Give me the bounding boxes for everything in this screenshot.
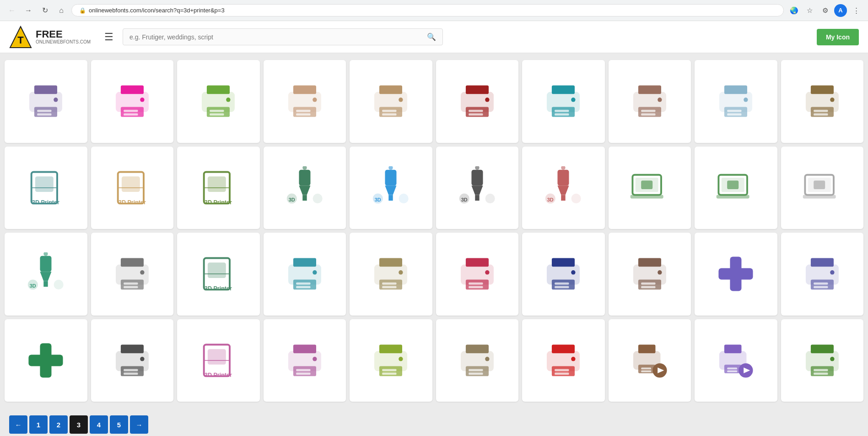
svg-rect-67 (122, 177, 140, 191)
icon-card[interactable] (695, 60, 777, 143)
svg-point-186 (313, 357, 317, 361)
svg-rect-185 (296, 372, 310, 375)
address-bar[interactable]: 🔒 onlinewebfonts.com/icon/search?q=3d+pr… (71, 4, 784, 16)
svg-rect-113 (814, 180, 825, 189)
main-content: 3D Printer 3D Printer 3D Printer 3D 3D 3… (0, 53, 868, 436)
svg-rect-12 (124, 114, 138, 116)
svg-rect-167 (814, 286, 828, 289)
icon-card[interactable] (91, 233, 174, 316)
pagination-page-4[interactable]: 4 (90, 415, 108, 434)
icon-card[interactable] (781, 319, 864, 402)
icon-card[interactable]: 3D (350, 147, 432, 229)
svg-text:3D Printer: 3D Printer (119, 199, 146, 205)
reload-button[interactable]: ↻ (38, 4, 51, 17)
icon-card[interactable] (781, 233, 864, 316)
browser-actions: 🌏 ☆ ⚙ A ⋮ (787, 4, 863, 17)
icon-card[interactable]: 3D (5, 233, 87, 316)
svg-point-176 (140, 357, 144, 361)
svg-rect-194 (466, 344, 489, 353)
search-bar[interactable]: 🔍 (123, 28, 443, 45)
svg-rect-190 (382, 369, 396, 371)
user-avatar[interactable]: A (834, 4, 847, 17)
search-input[interactable] (129, 33, 427, 41)
svg-rect-125 (124, 286, 138, 289)
icon-card[interactable] (91, 319, 174, 402)
icon-card[interactable]: 3D Printer (91, 147, 174, 229)
logo[interactable]: T FREE ONLINEWEBFONTS.COM (9, 26, 91, 49)
svg-rect-35 (469, 110, 483, 112)
menu-button[interactable]: ⋮ (850, 4, 863, 17)
icon-card[interactable] (522, 233, 605, 316)
svg-point-19 (226, 98, 230, 102)
icon-card[interactable] (350, 60, 432, 143)
icon-card[interactable] (695, 147, 777, 229)
pagination-page-2[interactable]: 2 (49, 415, 68, 434)
icon-card[interactable]: 3D Printer (5, 147, 87, 229)
svg-point-136 (313, 270, 317, 274)
svg-rect-109 (727, 180, 739, 189)
home-button[interactable]: ⌂ (55, 4, 68, 17)
svg-rect-134 (296, 283, 310, 285)
icon-card[interactable] (609, 60, 691, 143)
icon-card[interactable] (5, 319, 87, 402)
svg-rect-112 (803, 195, 836, 198)
svg-point-87 (399, 194, 408, 203)
icon-card[interactable]: 3D Printer (177, 147, 260, 229)
icon-card[interactable] (350, 319, 432, 402)
icon-card[interactable] (522, 319, 605, 402)
pagination-page-5[interactable]: 5 (110, 415, 128, 434)
logo-text-area: FREE ONLINEWEBFONTS.COM (36, 29, 91, 44)
svg-rect-108 (717, 195, 749, 198)
icon-card[interactable] (609, 233, 691, 316)
svg-point-31 (399, 98, 403, 102)
translate-button[interactable]: 🌏 (787, 4, 800, 17)
svg-marker-82 (385, 185, 397, 195)
icon-card[interactable] (609, 319, 691, 402)
icon-card[interactable] (264, 60, 346, 143)
pagination-prev[interactable]: ← (9, 415, 27, 434)
icon-card[interactable] (264, 319, 346, 402)
svg-point-126 (140, 270, 144, 274)
pagination-page-3[interactable]: 3 (70, 415, 88, 434)
icon-card[interactable] (350, 233, 432, 316)
icon-card[interactable] (177, 60, 260, 143)
icon-card[interactable]: 3D Printer (177, 319, 260, 402)
icon-card[interactable] (781, 60, 864, 143)
svg-text:3D Printer: 3D Printer (32, 199, 59, 205)
icon-card[interactable] (264, 233, 346, 316)
icon-card[interactable] (695, 233, 777, 316)
svg-rect-153 (555, 286, 569, 289)
icon-card[interactable] (91, 60, 174, 143)
svg-point-101 (572, 194, 581, 203)
icon-card[interactable] (781, 147, 864, 229)
icon-card[interactable] (436, 319, 519, 402)
icon-card[interactable]: 3D Printer (177, 233, 260, 316)
icon-card[interactable] (609, 147, 691, 229)
icon-card[interactable] (436, 60, 519, 143)
bookmark-button[interactable]: ☆ (803, 4, 816, 17)
svg-point-77 (302, 166, 307, 170)
icon-card[interactable] (695, 319, 777, 402)
svg-point-25 (313, 98, 317, 102)
icon-card[interactable] (522, 60, 605, 143)
extensions-button[interactable]: ⚙ (819, 4, 831, 17)
icon-card[interactable]: 3D (522, 147, 605, 229)
svg-text:3D Printer: 3D Printer (205, 285, 232, 292)
svg-rect-141 (382, 286, 396, 289)
icon-card[interactable] (5, 60, 87, 143)
svg-rect-15 (207, 86, 230, 94)
hamburger-menu[interactable]: ☰ (104, 31, 113, 43)
icon-card[interactable]: 3D (436, 147, 519, 229)
pagination-next[interactable]: → (130, 415, 148, 434)
icon-card[interactable] (436, 233, 519, 316)
svg-rect-170 (29, 354, 63, 366)
svg-rect-36 (469, 114, 483, 116)
my-icon-button[interactable]: My Icon (817, 29, 859, 45)
back-button[interactable]: ← (5, 4, 18, 17)
svg-rect-152 (555, 283, 569, 285)
svg-point-80 (313, 194, 322, 203)
svg-rect-24 (296, 114, 310, 116)
icon-card[interactable]: 3D (264, 147, 346, 229)
pagination-page-1[interactable]: 1 (29, 415, 48, 434)
forward-button[interactable]: → (22, 4, 35, 17)
